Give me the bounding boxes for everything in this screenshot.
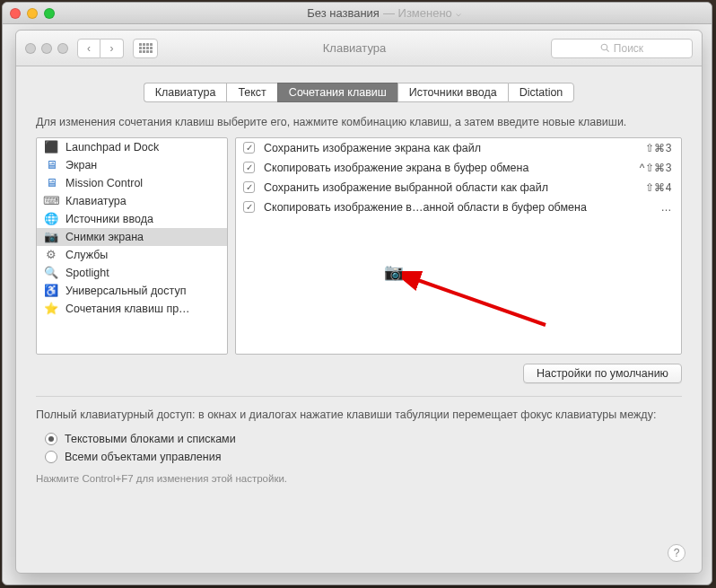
minimize-icon[interactable] — [41, 43, 52, 54]
accessibility-icon: ♿ — [44, 284, 58, 298]
show-all-button[interactable] — [133, 39, 158, 58]
shortcut-label: Сохранить изображение экрана как файл — [264, 142, 636, 154]
input-icon: 🌐 — [44, 212, 58, 226]
category-panel: ⬛Launchpad и Dock🖥Экран🖥Mission Control⌨… — [36, 137, 228, 355]
shortcut-row[interactable]: Скопировать изображение в…анной области … — [236, 197, 681, 217]
sidebar-item-appshortcuts[interactable]: ⭐Сочетания клавиш пр… — [37, 300, 227, 318]
nav-buttons: ‹ › — [77, 39, 124, 58]
shortcut-label: Сохранить изображение выбранной области … — [264, 181, 636, 194]
shortcut-row[interactable]: Скопировать изображение экрана в буфер о… — [236, 158, 681, 178]
launchpad-icon: ⬛ — [44, 140, 58, 154]
shortcut-label: Скопировать изображение в…анной области … — [264, 201, 652, 214]
sidebar-item-mission[interactable]: 🖥Mission Control — [37, 174, 227, 192]
search-icon — [600, 43, 610, 53]
shortcut-keys[interactable]: ^⇧⌘3 — [640, 162, 672, 174]
tab-shortcuts[interactable]: Сочетания клавиш — [277, 83, 397, 102]
services-icon: ⚙ — [44, 248, 58, 262]
sidebar-item-spotlight[interactable]: 🔍Spotlight — [37, 264, 227, 282]
sidebar-item-label: Универсальный доступ — [65, 285, 186, 297]
shortcut-row[interactable]: Сохранить изображение экрана как файл⇧⌘3 — [236, 138, 681, 158]
shortcut-label: Скопировать изображение экрана в буфер о… — [264, 162, 631, 174]
shortcut-checkbox[interactable] — [243, 201, 255, 213]
sidebar-item-label: Источники ввода — [65, 213, 153, 225]
forward-button[interactable]: › — [100, 39, 124, 58]
shortcut-row[interactable]: Сохранить изображение выбранной области … — [236, 178, 681, 197]
camera-icon: 📷 — [384, 264, 404, 280]
parent-window: Без названия — Изменено ⌵ ‹ › — [2, 2, 712, 585]
tab-keyboard[interactable]: Клавиатура — [144, 83, 227, 102]
parent-titlebar[interactable]: Без названия — Изменено ⌵ — [3, 3, 712, 24]
search-input[interactable]: Поиск — [551, 39, 693, 58]
help-button[interactable]: ? — [668, 544, 685, 562]
annotation-arrow-icon — [402, 271, 554, 334]
appshortcuts-icon: ⭐ — [44, 302, 58, 316]
sidebar-item-camera[interactable]: 📷Снимки экрана — [37, 228, 227, 246]
back-button[interactable]: ‹ — [77, 39, 100, 58]
shortcut-checkbox[interactable] — [243, 162, 255, 173]
radio-button[interactable] — [45, 433, 57, 445]
restore-defaults-button[interactable]: Настройки по умолчанию — [523, 364, 682, 383]
sidebar-item-launchpad[interactable]: ⬛Launchpad и Dock — [37, 138, 227, 156]
hint-text: Нажмите Control+F7 для изменения этой на… — [36, 473, 682, 484]
sidebar-item-input[interactable]: 🌐Источники ввода — [37, 210, 227, 228]
parent-traffic-lights — [10, 8, 55, 19]
shortcut-keys[interactable]: ⇧⌘3 — [645, 142, 672, 154]
sidebar-item-services[interactable]: ⚙Службы — [37, 246, 227, 264]
shortcuts-panel: Сохранить изображение экрана как файл⇧⌘3… — [235, 137, 682, 355]
full-keyboard-access-text: Полный клавиатурный доступ: в окнах и ди… — [36, 408, 682, 423]
minimize-icon[interactable] — [27, 8, 38, 19]
parent-window-subtitle: — Изменено — [383, 6, 452, 20]
close-icon[interactable] — [25, 43, 36, 54]
zoom-icon[interactable] — [57, 43, 68, 54]
shortcut-checkbox[interactable] — [243, 181, 255, 193]
chevron-down-icon[interactable]: ⌵ — [456, 8, 461, 20]
tabs: Клавиатура Текст Сочетания клавиш Источн… — [36, 83, 682, 102]
close-icon[interactable] — [10, 8, 21, 19]
grid-icon — [139, 43, 153, 53]
preferences-title: Клавиатура — [167, 41, 542, 55]
radio-option[interactable]: Текстовыми блоками и списками — [45, 430, 682, 448]
parent-window-title: Без названия — [307, 6, 380, 20]
sidebar-item-display[interactable]: 🖥Экран — [37, 156, 227, 174]
radio-button[interactable] — [45, 451, 57, 463]
sidebar-item-label: Снимки экрана — [65, 231, 144, 243]
sidebar-item-label: Spotlight — [65, 267, 109, 279]
sidebar-item-label: Launchpad и Dock — [65, 141, 159, 154]
radio-option[interactable]: Всеми объектами управления — [45, 448, 682, 466]
divider — [36, 396, 682, 397]
preferences-window: ‹ › Клавиатура Поиск Клавиатура Текст Со… — [15, 30, 703, 574]
radio-label: Всеми объектами управления — [65, 451, 221, 463]
tab-text[interactable]: Текст — [226, 83, 276, 102]
display-icon: 🖥 — [44, 158, 58, 172]
instruction-text: Для изменения сочетания клавиш выберите … — [36, 115, 682, 130]
preferences-toolbar: ‹ › Клавиатура Поиск — [16, 31, 702, 66]
sidebar-item-label: Клавиатура — [65, 195, 127, 207]
shortcut-keys[interactable]: ⇧⌘4 — [645, 181, 672, 194]
radio-label: Текстовыми блоками и списками — [65, 433, 236, 445]
sidebar-item-label: Сочетания клавиш пр… — [65, 303, 190, 315]
mission-icon: 🖥 — [44, 176, 58, 190]
shortcut-checkbox[interactable] — [243, 142, 255, 154]
camera-icon: 📷 — [44, 230, 58, 244]
sidebar-item-accessibility[interactable]: ♿Универсальный доступ — [37, 282, 227, 300]
tab-input-sources[interactable]: Источники ввода — [397, 83, 508, 102]
sidebar-item-keyboard[interactable]: ⌨Клавиатура — [37, 192, 227, 210]
tab-dictation[interactable]: Dictation — [508, 83, 575, 102]
keyboard-icon: ⌨ — [44, 194, 58, 208]
shortcut-keys[interactable]: … — [661, 201, 673, 214]
search-placeholder: Поиск — [614, 42, 643, 55]
sidebar-item-label: Mission Control — [65, 177, 143, 189]
sidebar-item-label: Экран — [65, 159, 97, 171]
prefs-traffic-lights — [25, 43, 68, 54]
spotlight-icon: 🔍 — [44, 266, 58, 280]
svg-line-0 — [413, 278, 546, 325]
sidebar-item-label: Службы — [65, 249, 108, 261]
zoom-icon[interactable] — [44, 8, 55, 19]
